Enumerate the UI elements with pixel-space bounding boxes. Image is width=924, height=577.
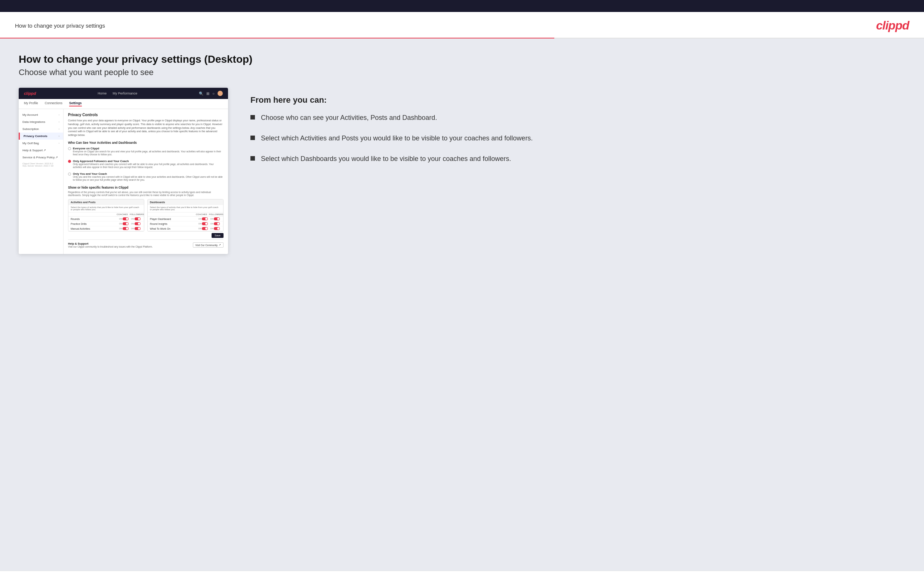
bullet-item-3: Select which Dashboards you would like t… xyxy=(250,154,905,164)
what-to-work-coaches-toggle[interactable] xyxy=(202,227,208,230)
header: How to change your privacy settings clip… xyxy=(0,12,924,38)
app-nav-performance: My Performance xyxy=(113,92,137,95)
followers-col-label: FOLLOWERS xyxy=(130,213,142,216)
toggle-row-round-insights: Round Insights ON ON xyxy=(148,221,223,226)
subnav-settings[interactable]: Settings xyxy=(69,101,82,106)
chevron-icon: › xyxy=(59,135,60,137)
privacy-controls-desc: Control how you and your data appears to… xyxy=(68,119,223,137)
toggle-row-what-to-work-on: What To Work On ON ON xyxy=(148,226,223,231)
header-title: How to change your privacy settings xyxy=(15,23,105,29)
radio-label-everyone: Everyone on Clippd xyxy=(73,147,223,150)
privacy-controls-title: Privacy Controls xyxy=(68,113,223,117)
chevron-icon: › xyxy=(59,121,60,123)
radio-dot-approved xyxy=(68,160,71,163)
radio-dot-everyone xyxy=(68,147,71,150)
page-subheading: Choose what you want people to see xyxy=(19,68,905,77)
app-topbar: clippd Home My Performance 🔍 ⊞ ○ xyxy=(19,88,228,99)
top-bar xyxy=(0,0,924,12)
rounds-followers-toggle[interactable] xyxy=(134,218,141,220)
radio-everyone[interactable]: Everyone on Clippd Everyone on Clippd ca… xyxy=(68,147,223,156)
show-hide-section: Show or hide specific features in Clippd… xyxy=(68,185,223,232)
radio-coach-only[interactable]: Only You and Your Coach Only you and the… xyxy=(68,172,223,182)
round-insights-followers-toggle[interactable] xyxy=(214,222,220,225)
radio-approved[interactable]: Only Approved Followers and Your Coach O… xyxy=(68,160,223,169)
version-text: Clippd Client Version: 2022.8.2SQL Serve… xyxy=(19,161,63,168)
app-body: My Account › Data Integrations › Subscri… xyxy=(19,109,228,254)
help-title: Help & Support xyxy=(68,242,152,245)
app-sidebar: My Account › Data Integrations › Subscri… xyxy=(19,109,63,254)
app-nav: Home My Performance xyxy=(98,92,137,95)
drills-followers-toggle[interactable] xyxy=(134,222,141,225)
help-desc: Visit our Clippd community to troublesho… xyxy=(68,245,152,248)
radio-label-approved: Only Approved Followers and Your Coach xyxy=(73,160,223,163)
followers-col-label-2: FOLLOWERS xyxy=(209,213,221,216)
subnav-profile[interactable]: My Profile xyxy=(24,101,38,106)
chevron-icon: › xyxy=(59,128,60,131)
bullet-item-2: Select which Activities and Posts you wo… xyxy=(250,134,905,143)
subnav-connections[interactable]: Connections xyxy=(45,101,62,106)
toggle-tables: Activities and Posts Select the types of… xyxy=(68,199,223,232)
show-hide-desc: Regardless of the privacy controls that … xyxy=(68,191,223,197)
save-button[interactable]: Save xyxy=(212,233,223,238)
activities-posts-table: Activities and Posts Select the types of… xyxy=(68,199,144,232)
app-nav-icons: 🔍 ⊞ ○ xyxy=(199,91,223,96)
radio-text-everyone: Everyone on Clippd can search for you an… xyxy=(73,150,223,156)
radio-text-approved: Only approved followers and coaches you … xyxy=(73,163,223,169)
drills-coaches-toggle[interactable] xyxy=(123,222,129,225)
app-nav-home: Home xyxy=(98,92,107,95)
sidebar-privacy-policy[interactable]: Service & Privacy Policy ↗ xyxy=(19,154,63,161)
manual-coaches-toggle[interactable] xyxy=(123,227,129,230)
coaches-col-label-2: COACHES xyxy=(195,213,207,216)
player-dash-followers-toggle[interactable] xyxy=(214,218,220,220)
sidebar-my-golf-bag[interactable]: My Golf Bag › xyxy=(19,140,63,147)
dashboards-table: Dashboards Select the types of activity … xyxy=(147,199,223,232)
toggle-row-manual: Manual Activities ON ON xyxy=(68,226,144,231)
from-here-title: From here you can: xyxy=(250,95,905,105)
chevron-icon: › xyxy=(59,142,60,145)
logo: clippd xyxy=(876,19,909,32)
bullet-item-1: Choose who can see your Activities, Post… xyxy=(250,113,905,122)
external-link-icon: ↗ xyxy=(219,243,221,247)
search-icon: 🔍 xyxy=(199,92,204,96)
sidebar-privacy-controls[interactable]: Privacy Controls › xyxy=(19,132,63,140)
help-section: Help & Support Visit our Clippd communit… xyxy=(68,239,223,250)
who-can-see-heading: Who Can See Your Activities and Dashboar… xyxy=(68,141,223,145)
bullet-text-1: Choose who can see your Activities, Post… xyxy=(261,113,437,122)
round-insights-coaches-toggle[interactable] xyxy=(202,222,208,225)
show-hide-title: Show or hide specific features in Clippd xyxy=(68,185,223,189)
content-layout: clippd Home My Performance 🔍 ⊞ ○ My Prof… xyxy=(19,88,905,254)
dashboards-desc: Select the types of activity that you'd … xyxy=(148,205,223,213)
page-heading: How to change your privacy settings (Des… xyxy=(19,53,905,65)
app-main-panel: Privacy Controls Control how you and you… xyxy=(63,109,228,254)
bullet-square-icon xyxy=(250,115,255,119)
bullet-text-3: Select which Dashboards you would like t… xyxy=(261,154,511,164)
bullet-square-icon xyxy=(250,156,255,161)
chevron-icon: › xyxy=(59,114,60,116)
activities-posts-desc: Select the types of activity that you'd … xyxy=(68,205,144,213)
grid-icon: ⊞ xyxy=(206,92,209,96)
coaches-col-label: COACHES xyxy=(116,213,128,216)
sidebar-help-support[interactable]: Help & Support ↗ xyxy=(19,147,63,154)
what-to-work-followers-toggle[interactable] xyxy=(214,227,220,230)
visit-community-button[interactable]: Visit Our Community ↗ xyxy=(193,242,223,248)
save-row: Save xyxy=(68,232,223,239)
activities-posts-header: Activities and Posts xyxy=(68,200,144,205)
manual-followers-toggle[interactable] xyxy=(134,227,141,230)
toggle-row-rounds: Rounds ON ON xyxy=(68,217,144,221)
app-subnav: My Profile Connections Settings xyxy=(19,99,228,109)
sidebar-subscription[interactable]: Subscription › xyxy=(19,126,63,132)
toggle-row-practice-drills: Practice Drills ON ON xyxy=(68,221,144,226)
app-screenshot: clippd Home My Performance 🔍 ⊞ ○ My Prof… xyxy=(19,88,228,254)
player-dash-coaches-toggle[interactable] xyxy=(202,218,208,220)
avatar xyxy=(218,91,223,96)
bell-icon: ○ xyxy=(212,92,215,96)
sidebar-my-account[interactable]: My Account › xyxy=(19,111,63,118)
bullet-text-2: Select which Activities and Posts you wo… xyxy=(261,134,533,143)
radio-dot-coach-only xyxy=(68,172,71,176)
bullet-square-icon xyxy=(250,135,255,140)
main-content: How to change your privacy settings (Des… xyxy=(0,39,924,571)
sidebar-data-integrations[interactable]: Data Integrations › xyxy=(19,118,63,126)
rounds-coaches-toggle[interactable] xyxy=(123,218,129,220)
footer: Copyright Clippd 2022 xyxy=(0,571,924,577)
bullet-list: Choose who can see your Activities, Post… xyxy=(250,113,905,164)
